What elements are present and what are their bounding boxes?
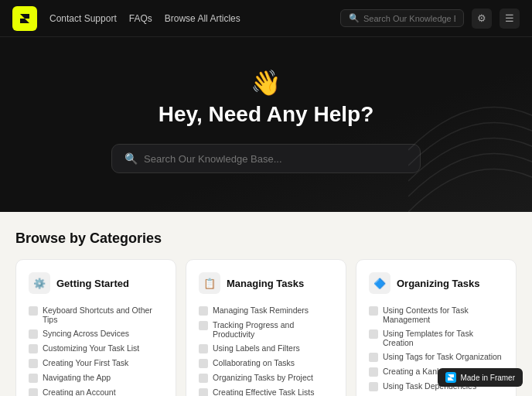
nav-link-browse[interactable]: Browse All Articles bbox=[165, 13, 240, 24]
card-header-organizing-tasks: 🔷 Organizing Tasks bbox=[369, 272, 503, 294]
item-icon bbox=[29, 344, 38, 353]
item-icon bbox=[199, 359, 208, 368]
item-icon bbox=[369, 353, 378, 362]
item-icon bbox=[199, 306, 208, 316]
hero-search-bar[interactable]: 🔍 bbox=[111, 144, 421, 173]
nav-link-contact[interactable]: Contact Support bbox=[49, 13, 117, 24]
list-item[interactable]: Customizing Your Task List bbox=[29, 341, 163, 356]
item-icon bbox=[29, 388, 38, 396]
navbar: Contact Support FAQs Browse All Articles… bbox=[0, 0, 532, 37]
item-icon bbox=[29, 329, 38, 339]
list-item[interactable]: Organizing Tasks by Project bbox=[199, 370, 333, 385]
item-icon bbox=[29, 359, 38, 368]
list-item[interactable]: Keyboard Shortcuts and Other Tips bbox=[29, 303, 163, 326]
getting-started-icon: ⚙️ bbox=[29, 272, 50, 294]
settings-icon[interactable]: ⚙ bbox=[472, 9, 492, 29]
item-icon bbox=[369, 367, 378, 377]
framer-badge[interactable]: Made in Framer bbox=[438, 368, 523, 387]
list-item[interactable]: Creating an Account bbox=[29, 385, 163, 396]
list-item[interactable]: Creating Effective Task Lists bbox=[199, 385, 333, 396]
list-item[interactable]: Managing Task Reminders bbox=[199, 303, 333, 318]
item-icon bbox=[199, 374, 208, 383]
nav-logo bbox=[12, 6, 37, 31]
framer-icon bbox=[445, 372, 456, 383]
hero-search-input[interactable] bbox=[144, 153, 408, 165]
list-item[interactable]: Collaborating on Tasks bbox=[199, 356, 333, 370]
card-managing-tasks: 📋 Managing Tasks Managing Task Reminders… bbox=[186, 259, 346, 396]
hero-section: 👋 Hey, Need Any Help? 🔍 bbox=[0, 37, 532, 212]
nav-right: 🔍 ⚙ ☰ bbox=[340, 9, 520, 29]
item-icon bbox=[29, 306, 38, 316]
list-item[interactable]: Using Labels and Filters bbox=[199, 341, 333, 356]
nav-search-input[interactable] bbox=[363, 14, 455, 23]
list-item[interactable]: Creating Your First Task bbox=[29, 356, 163, 370]
item-icon bbox=[199, 388, 208, 396]
list-item[interactable]: Syncing Across Devices bbox=[29, 326, 163, 341]
nav-link-faqs[interactable]: FAQs bbox=[129, 13, 152, 24]
nav-search-bar[interactable]: 🔍 bbox=[340, 9, 464, 27]
card-title-organizing-tasks: Organizing Tasks bbox=[397, 278, 479, 289]
card-title-managing-tasks: Managing Tasks bbox=[227, 278, 304, 289]
item-icon bbox=[369, 382, 378, 391]
nav-links: Contact Support FAQs Browse All Articles bbox=[49, 13, 340, 24]
list-item[interactable]: Using Contexts for Task Management bbox=[369, 303, 503, 326]
managing-tasks-items: Managing Task Reminders Tracking Progres… bbox=[199, 303, 333, 396]
card-title-getting-started: Getting Started bbox=[56, 278, 129, 289]
list-item[interactable]: Using Templates for Task Creation bbox=[369, 326, 503, 350]
framer-badge-label: Made in Framer bbox=[460, 374, 515, 382]
list-item[interactable]: Tracking Progress and Productivity bbox=[199, 318, 333, 341]
card-header-getting-started: ⚙️ Getting Started bbox=[29, 272, 163, 294]
item-icon bbox=[29, 374, 38, 383]
organizing-tasks-icon: 🔷 bbox=[369, 272, 390, 294]
hero-decorative-lines bbox=[408, 73, 532, 212]
item-icon bbox=[369, 329, 378, 339]
item-icon bbox=[369, 306, 378, 316]
item-icon bbox=[199, 321, 208, 330]
menu-icon[interactable]: ☰ bbox=[500, 9, 520, 29]
getting-started-items: Keyboard Shortcuts and Other Tips Syncin… bbox=[29, 303, 163, 396]
nav-search-icon: 🔍 bbox=[349, 13, 360, 23]
list-item[interactable]: Navigating the App bbox=[29, 370, 163, 385]
managing-tasks-icon: 📋 bbox=[199, 272, 220, 294]
list-item[interactable]: Using Tags for Task Organization bbox=[369, 350, 503, 364]
card-getting-started: ⚙️ Getting Started Keyboard Shortcuts an… bbox=[15, 259, 176, 396]
card-header-managing-tasks: 📋 Managing Tasks bbox=[199, 272, 333, 294]
hero-search-icon: 🔍 bbox=[124, 152, 138, 165]
browse-title: Browse by Categories bbox=[15, 230, 517, 247]
item-icon bbox=[199, 344, 208, 353]
